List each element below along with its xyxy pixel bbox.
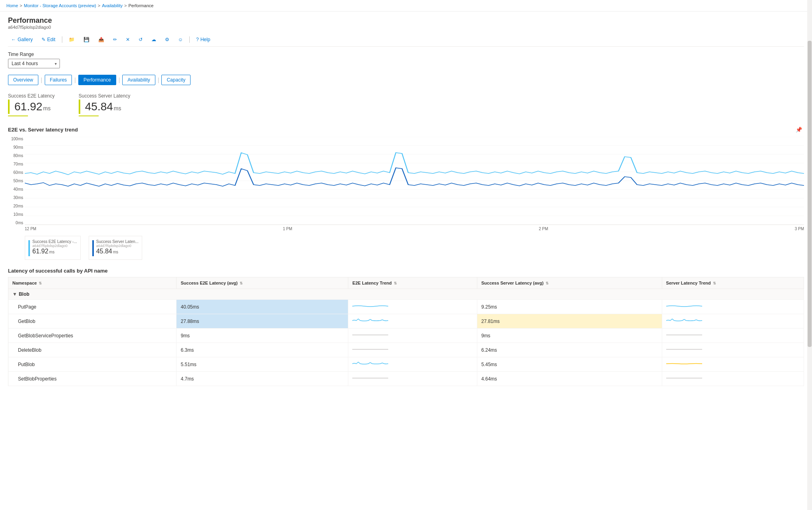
cloud-btn[interactable]: ☁	[148, 35, 159, 44]
page-title: Performance	[8, 16, 804, 25]
cell-server-trend	[662, 372, 804, 386]
cell-e2e-trend	[348, 343, 477, 357]
metric-server-label: Success Server Latency	[79, 93, 130, 99]
table-row: SetBlobProperties 4.7ms 4.64ms	[8, 372, 804, 386]
chart-svg	[25, 137, 804, 225]
cell-e2e-latency: 6.3ms	[177, 343, 348, 357]
legend-e2e-sub: a64d7f5plolsp2dlago0	[32, 244, 77, 248]
cell-e2e-latency: 5.51ms	[177, 357, 348, 372]
draw-btn[interactable]: ✏	[110, 35, 120, 44]
legend-server: Success Server Laten... a64d7f5plolsp2dl…	[89, 236, 142, 260]
col-e2e-latency[interactable]: Success E2E Latency (avg) ⇅	[177, 277, 348, 289]
table-row: GetBlob 27.88ms 27.81ms	[8, 314, 804, 329]
close-x-btn[interactable]: ✕	[123, 35, 133, 44]
legend-e2e-name: Success E2E Latency -...	[32, 239, 77, 244]
page-subtitle: a64d7f5plolsp2dlago0	[8, 25, 804, 30]
time-range-select[interactable]: Last 30 minutes Last 1 hour Last 4 hours…	[8, 59, 60, 68]
close-icon: ✕	[126, 37, 130, 42]
server-latency-line	[25, 168, 804, 186]
table-row: PutPage 40.05ms 9.25ms	[8, 300, 804, 314]
cell-server-trend	[662, 357, 804, 372]
cell-e2e-latency: 27.88ms	[177, 314, 348, 329]
cell-server-latency: 6.24ms	[477, 343, 662, 357]
settings-btn[interactable]: ⚙	[162, 35, 173, 44]
breadcrumb: Home > Monitor - Storage Accounts (previ…	[0, 0, 812, 12]
time-range-wrapper: Last 30 minutes Last 1 hour Last 4 hours…	[8, 59, 60, 68]
metric-server-value: 45.84	[85, 100, 113, 113]
breadcrumb-monitor[interactable]: Monitor - Storage Accounts (preview)	[24, 3, 96, 8]
legend-e2e-unit: ms	[49, 250, 54, 254]
cell-server-latency: 4.64ms	[477, 372, 662, 386]
sort-icon-e2e: ⇅	[240, 281, 243, 285]
sort-icon-server: ⇅	[546, 281, 549, 285]
breadcrumb-home[interactable]: Home	[6, 3, 18, 8]
col-server-latency[interactable]: Success Server Latency (avg) ⇅	[477, 277, 662, 289]
save-btn[interactable]: 💾	[80, 35, 93, 44]
refresh-btn[interactable]: ↺	[135, 35, 146, 44]
edit-icon: ✎	[42, 37, 46, 42]
sort-icon-e2e-trend: ⇅	[394, 281, 397, 285]
page-header: Performance a64d7f5plolsp2dlago0	[8, 16, 804, 30]
col-namespace[interactable]: Namespace ⇅	[8, 277, 177, 289]
folder-btn[interactable]: 📁	[66, 35, 78, 44]
metric-server-bar	[79, 100, 80, 114]
col-e2e-trend[interactable]: E2E Latency Trend ⇅	[348, 277, 477, 289]
cell-namespace: GetBlob	[8, 314, 177, 329]
metric-e2e-value: 61.92	[14, 100, 42, 113]
data-table: Namespace ⇅ Success E2E Latency (avg) ⇅ …	[8, 277, 804, 386]
sort-icon-namespace: ⇅	[39, 281, 42, 285]
help-btn[interactable]: ? Help	[193, 35, 213, 44]
export-icon: 📤	[98, 37, 104, 42]
chart-title: E2E vs. Server latency trend	[8, 127, 78, 133]
table-section-title: Latency of successful calls by API name	[8, 268, 804, 274]
table-row: PutBlob 5.51ms 5.45ms	[8, 357, 804, 372]
metric-e2e-label: Success E2E Latency	[8, 93, 55, 99]
cell-server-trend	[662, 329, 804, 343]
legend-e2e-value: 61.92	[32, 248, 48, 255]
save-icon: 💾	[83, 37, 89, 42]
help-icon: ?	[196, 37, 199, 42]
table-header: Namespace ⇅ Success E2E Latency (avg) ⇅ …	[8, 277, 804, 289]
tab-performance[interactable]: Performance	[78, 75, 116, 85]
cell-server-trend	[662, 300, 804, 314]
metric-e2e-unit: ms	[43, 105, 51, 112]
gallery-btn[interactable]: ← Gallery	[8, 35, 36, 44]
scrollbar-thumb[interactable]	[808, 41, 812, 347]
breadcrumb-availability[interactable]: Availability	[102, 3, 123, 8]
pin-chart-button[interactable]: 📌	[794, 126, 804, 133]
draw-icon: ✏	[113, 37, 117, 42]
metric-e2e-latency: Success E2E Latency 61.92 ms	[8, 93, 55, 116]
metric-e2e-underline	[8, 116, 28, 116]
cloud-icon: ☁	[151, 37, 156, 42]
cell-namespace: DeleteBlob	[8, 343, 177, 357]
legend-e2e: Success E2E Latency -... a64d7f5plolsp2d…	[25, 236, 81, 260]
cell-e2e-trend	[348, 357, 477, 372]
legend-server-value: 45.84	[96, 248, 112, 255]
tab-availability[interactable]: Availability	[122, 75, 155, 85]
time-range-label: Time Range	[8, 52, 804, 57]
cell-server-latency: 9ms	[477, 329, 662, 343]
chart-title-row: E2E vs. Server latency trend 📌	[8, 126, 804, 133]
refresh-icon: ↺	[139, 37, 143, 42]
col-server-trend[interactable]: Server Latency Trend ⇅	[662, 277, 804, 289]
feedback-btn[interactable]: ☺	[175, 35, 186, 44]
legend-server-unit: ms	[113, 250, 118, 254]
cell-namespace: PutBlob	[8, 357, 177, 372]
cell-namespace: GetBlobServiceProperties	[8, 329, 177, 343]
edit-btn[interactable]: ✎ Edit	[38, 35, 59, 44]
tab-overview[interactable]: Overview	[8, 75, 38, 85]
toolbar-separator-1	[62, 36, 62, 43]
scrollbar-track[interactable]	[807, 0, 812, 507]
folder-icon: 📁	[69, 37, 75, 42]
table-row: GetBlobServiceProperties 9ms 9ms	[8, 329, 804, 343]
cell-e2e-trend	[348, 314, 477, 329]
tab-capacity[interactable]: Capacity	[161, 75, 191, 85]
export-btn[interactable]: 📤	[95, 35, 107, 44]
cell-e2e-latency: 9ms	[177, 329, 348, 343]
feedback-icon: ☺	[178, 37, 183, 42]
tab-failures[interactable]: Failures	[45, 75, 72, 85]
cell-e2e-latency: 4.7ms	[177, 372, 348, 386]
cell-server-trend	[662, 343, 804, 357]
metric-server-unit: ms	[114, 105, 121, 112]
cell-e2e-trend	[348, 372, 477, 386]
